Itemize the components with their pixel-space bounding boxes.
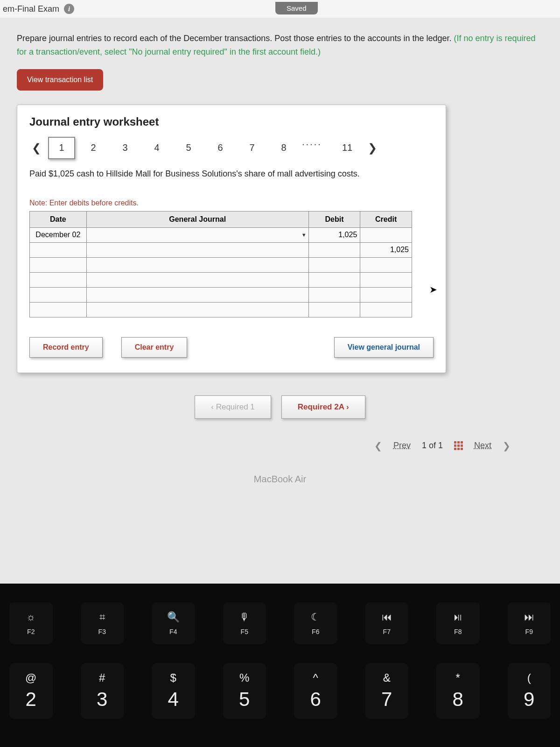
key-f8: ⏯F8 xyxy=(436,602,480,644)
cell-gj[interactable] xyxy=(86,272,308,287)
tab-7[interactable]: 7 xyxy=(238,137,266,159)
table-row: December 02 ▼ 1,025 xyxy=(30,227,412,242)
search-icon: 🔍 xyxy=(167,611,180,623)
key-f3: ⌗F3 xyxy=(81,602,124,644)
worksheet-action-row: Record entry Clear entry View general jo… xyxy=(29,337,434,358)
cell-gj[interactable] xyxy=(86,302,308,317)
pager-next-link[interactable]: Next xyxy=(474,441,491,451)
keyboard: ☼F2 ⌗F3 🔍F4 🎙F5 ☾F6 ⏮F7 ⏯F8 ⏭F9 @2 #3 $4… xyxy=(0,584,560,747)
cell-credit[interactable] xyxy=(360,287,412,302)
pager-position: 1 of 1 xyxy=(422,441,443,451)
tabs-prev-chevron-icon[interactable]: ❮ xyxy=(29,137,43,159)
moon-icon: ☾ xyxy=(311,611,320,623)
required-2a-button[interactable]: Required 2A › xyxy=(281,395,365,419)
cell-date[interactable] xyxy=(30,242,87,257)
play-pause-icon: ⏯ xyxy=(453,611,463,623)
key-4: $4 xyxy=(152,663,195,719)
cell-date[interactable] xyxy=(30,302,87,317)
cell-debit[interactable] xyxy=(308,287,360,302)
tab-1[interactable]: 1 xyxy=(48,137,75,159)
keyboard-numrow: @2 #3 $4 %5 ^6 &7 *8 (9 xyxy=(9,663,551,719)
col-date-header: Date xyxy=(30,211,87,227)
cell-date[interactable]: December 02 xyxy=(30,227,87,242)
tab-8[interactable]: 8 xyxy=(270,137,297,159)
tab-4[interactable]: 4 xyxy=(143,137,170,159)
key-6: ^6 xyxy=(294,663,337,719)
col-debit-header: Debit xyxy=(308,211,360,227)
cell-debit[interactable] xyxy=(308,257,360,272)
clear-entry-button[interactable]: Clear entry xyxy=(121,337,188,358)
key-5: %5 xyxy=(223,663,266,719)
key-9: (9 xyxy=(508,663,551,719)
laptop-label: MacBook Air xyxy=(17,474,543,485)
keyboard-frow: ☼F2 ⌗F3 🔍F4 🎙F5 ☾F6 ⏮F7 ⏯F8 ⏭F9 xyxy=(9,602,551,644)
grid-icon[interactable] xyxy=(454,441,463,450)
tab-3[interactable]: 3 xyxy=(112,137,139,159)
table-row: 1,025 xyxy=(30,242,412,257)
note-text: Note: Enter debits before credits. xyxy=(29,199,434,207)
cell-gj[interactable] xyxy=(86,257,308,272)
pager-next-chevron-icon[interactable]: ❯ xyxy=(503,440,511,451)
cell-gj[interactable]: ▼ xyxy=(86,227,308,242)
key-f2: ☼F2 xyxy=(9,602,53,644)
key-8: *8 xyxy=(436,663,480,719)
fast-forward-icon: ⏭ xyxy=(524,611,534,623)
key-f7: ⏮F7 xyxy=(365,602,409,644)
key-f4: 🔍F4 xyxy=(152,602,195,644)
rewind-icon: ⏮ xyxy=(382,611,392,623)
view-transaction-list-button[interactable]: View transaction list xyxy=(17,69,103,91)
cell-debit[interactable] xyxy=(308,272,360,287)
cell-gj[interactable] xyxy=(86,287,308,302)
cell-debit[interactable] xyxy=(308,302,360,317)
key-f9: ⏭F9 xyxy=(508,602,551,644)
tab-5[interactable]: 5 xyxy=(175,137,202,159)
cell-date[interactable] xyxy=(30,287,87,302)
table-row xyxy=(30,302,412,317)
pager-prev-chevron-icon[interactable]: ❮ xyxy=(374,440,382,451)
cell-date[interactable] xyxy=(30,257,87,272)
page-title: em-Final Exam xyxy=(3,4,59,14)
col-credit-header: Credit xyxy=(360,211,412,227)
cell-gj[interactable] xyxy=(86,242,308,257)
cell-credit[interactable] xyxy=(360,302,412,317)
col-gj-header: General Journal xyxy=(86,211,308,227)
pager-prev-link[interactable]: Prev xyxy=(393,441,411,451)
instructions-text: Prepare journal entries to record each o… xyxy=(17,32,543,59)
cell-credit[interactable]: 1,025 xyxy=(360,242,412,257)
worksheet-tabs: ❮ 1 2 3 4 5 6 7 8 ..... 11 ❯ xyxy=(29,137,434,159)
tab-2[interactable]: 2 xyxy=(80,137,107,159)
info-icon[interactable]: i xyxy=(64,4,74,14)
required-nav-row: ‹ Required 1 Required 2A › xyxy=(17,395,543,419)
dropdown-arrow-icon[interactable]: ▼ xyxy=(301,232,307,238)
tabs-next-chevron-icon[interactable]: ❯ xyxy=(365,137,379,159)
key-3: #3 xyxy=(81,663,124,719)
table-row xyxy=(30,257,412,272)
journal-worksheet-card: Journal entry worksheet ❮ 1 2 3 4 5 6 7 … xyxy=(17,105,446,373)
cell-credit[interactable] xyxy=(360,272,412,287)
cell-credit[interactable] xyxy=(360,257,412,272)
tab-ellipsis: ..... xyxy=(302,137,329,159)
pager-row: ❮ Prev 1 of 1 Next ❯ xyxy=(17,440,543,451)
tab-11[interactable]: 11 xyxy=(334,137,361,159)
cell-debit[interactable]: 1,025 xyxy=(308,227,360,242)
content-area: Prepare journal entries to record each o… xyxy=(0,18,560,485)
record-entry-button[interactable]: Record entry xyxy=(29,337,103,358)
cell-credit[interactable] xyxy=(360,227,412,242)
transaction-description: Paid $1,025 cash to Hillside Mall for Bu… xyxy=(29,168,434,180)
cell-debit[interactable] xyxy=(308,242,360,257)
mic-icon: 🎙 xyxy=(239,611,250,623)
cell-date[interactable] xyxy=(30,272,87,287)
key-f6: ☾F6 xyxy=(294,602,337,644)
view-general-journal-button[interactable]: View general journal xyxy=(334,337,434,358)
required-1-button: ‹ Required 1 xyxy=(195,395,271,419)
journal-table: Date General Journal Debit Credit Decemb… xyxy=(29,211,412,317)
key-f5: 🎙F5 xyxy=(223,602,266,644)
tab-6[interactable]: 6 xyxy=(207,137,234,159)
saved-indicator: Saved xyxy=(275,2,318,14)
cursor-icon: ➤ xyxy=(429,284,437,295)
worksheet-title: Journal entry worksheet xyxy=(29,115,434,128)
table-row xyxy=(30,272,412,287)
table-row xyxy=(30,287,412,302)
key-7: &7 xyxy=(365,663,409,719)
brightness-icon: ☼ xyxy=(26,611,35,623)
